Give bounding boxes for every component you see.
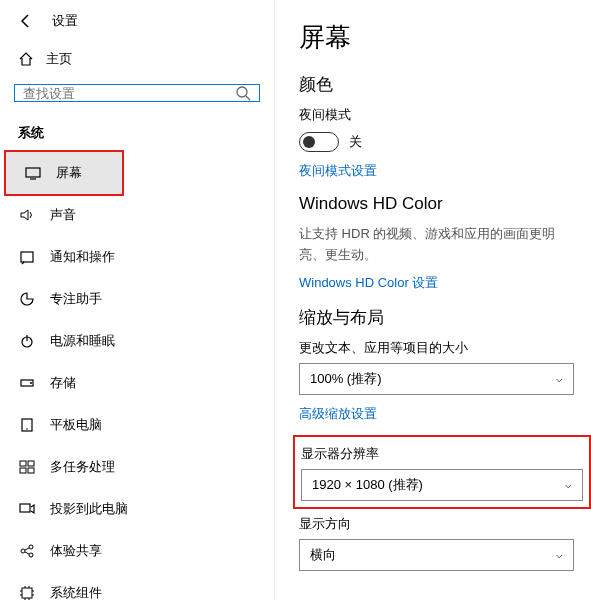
svg-rect-12 bbox=[20, 504, 30, 512]
orientation-value: 横向 bbox=[310, 546, 336, 564]
svg-point-0 bbox=[237, 87, 247, 97]
search-icon bbox=[235, 85, 251, 101]
project-icon bbox=[18, 501, 36, 517]
sidebar-item-tablet[interactable]: 平板电脑 bbox=[0, 404, 274, 446]
topbar: 设置 bbox=[0, 12, 274, 40]
hdcolor-desc: 让支持 HDR 的视频、游戏和应用的画面更明亮、更生动。 bbox=[299, 224, 567, 266]
svg-rect-2 bbox=[21, 252, 33, 262]
advanced-scale-link[interactable]: 高级缩放设置 bbox=[299, 405, 567, 423]
power-icon bbox=[18, 333, 36, 349]
sidebar-home[interactable]: 主页 bbox=[0, 40, 274, 78]
night-mode-toggle[interactable] bbox=[299, 132, 339, 152]
sidebar-item-multitask[interactable]: 多任务处理 bbox=[0, 446, 274, 488]
multitask-icon bbox=[18, 459, 36, 475]
chevron-down-icon: ⌵ bbox=[556, 548, 563, 561]
focus-icon bbox=[18, 291, 36, 307]
share-icon bbox=[18, 543, 36, 559]
night-mode-settings-link[interactable]: 夜间模式设置 bbox=[299, 162, 567, 180]
content: 屏幕 颜色 夜间模式 关 夜间模式设置 Windows HD Color 让支持… bbox=[275, 0, 591, 600]
sidebar-item-label: 通知和操作 bbox=[50, 248, 115, 266]
sidebar-item-label: 电源和睡眠 bbox=[50, 332, 115, 350]
textsize-label: 更改文本、应用等项目的大小 bbox=[299, 339, 567, 357]
svg-rect-10 bbox=[20, 468, 26, 473]
home-icon bbox=[18, 51, 34, 67]
orientation-label: 显示方向 bbox=[299, 515, 567, 533]
search-input[interactable] bbox=[23, 86, 235, 101]
orientation-select[interactable]: 横向 ⌵ bbox=[299, 539, 574, 571]
sidebar-item-focus[interactable]: 专注助手 bbox=[0, 278, 274, 320]
page-title: 屏幕 bbox=[299, 20, 567, 55]
textsize-value: 100% (推荐) bbox=[310, 370, 382, 388]
svg-rect-11 bbox=[28, 468, 34, 473]
home-label: 主页 bbox=[46, 50, 72, 68]
color-section: 颜色 bbox=[299, 73, 567, 96]
tablet-icon bbox=[18, 417, 36, 433]
night-mode-toggle-row: 关 bbox=[299, 132, 567, 152]
sidebar-item-storage[interactable]: 存储 bbox=[0, 362, 274, 404]
sidebar-item-sound[interactable]: 声音 bbox=[0, 194, 274, 236]
svg-point-5 bbox=[30, 382, 32, 384]
night-mode-label: 夜间模式 bbox=[299, 106, 567, 124]
sidebar-item-label: 专注助手 bbox=[50, 290, 102, 308]
back-icon[interactable] bbox=[18, 13, 34, 29]
resolution-select[interactable]: 1920 × 1080 (推荐) ⌵ bbox=[301, 469, 583, 501]
sidebar-item-label: 声音 bbox=[50, 206, 76, 224]
components-icon bbox=[18, 585, 36, 600]
header-title: 设置 bbox=[52, 12, 78, 30]
svg-point-15 bbox=[29, 553, 33, 557]
sidebar-item-label: 屏幕 bbox=[56, 164, 82, 182]
search-box[interactable] bbox=[14, 84, 260, 102]
sidebar-item-display[interactable]: 屏幕 bbox=[4, 150, 124, 196]
resolution-highlight: 显示器分辨率 1920 × 1080 (推荐) ⌵ bbox=[293, 435, 591, 509]
chevron-down-icon: ⌵ bbox=[556, 372, 563, 385]
toggle-state: 关 bbox=[349, 133, 362, 151]
sidebar-item-label: 多任务处理 bbox=[50, 458, 115, 476]
scale-section: 缩放与布局 bbox=[299, 306, 567, 329]
svg-point-7 bbox=[26, 428, 28, 430]
sidebar-item-label: 体验共享 bbox=[50, 542, 102, 560]
sidebar-item-shared[interactable]: 体验共享 bbox=[0, 530, 274, 572]
svg-rect-9 bbox=[28, 461, 34, 466]
svg-point-14 bbox=[29, 545, 33, 549]
storage-icon bbox=[18, 375, 36, 391]
sidebar-item-label: 存储 bbox=[50, 374, 76, 392]
sidebar-item-notifications[interactable]: 通知和操作 bbox=[0, 236, 274, 278]
sidebar-item-components[interactable]: 系统组件 bbox=[0, 572, 274, 600]
sidebar-item-label: 投影到此电脑 bbox=[50, 500, 128, 518]
sidebar-section-label: 系统 bbox=[0, 116, 274, 152]
sound-icon bbox=[18, 207, 36, 223]
svg-point-13 bbox=[21, 549, 25, 553]
resolution-label: 显示器分辨率 bbox=[301, 445, 583, 463]
textsize-select[interactable]: 100% (推荐) ⌵ bbox=[299, 363, 574, 395]
notification-icon bbox=[18, 249, 36, 265]
chevron-down-icon: ⌵ bbox=[565, 478, 572, 491]
hdcolor-link[interactable]: Windows HD Color 设置 bbox=[299, 274, 567, 292]
sidebar-item-projecting[interactable]: 投影到此电脑 bbox=[0, 488, 274, 530]
sidebar-item-power[interactable]: 电源和睡眠 bbox=[0, 320, 274, 362]
svg-rect-16 bbox=[22, 588, 32, 598]
svg-rect-8 bbox=[20, 461, 26, 466]
hdcolor-title: Windows HD Color bbox=[299, 194, 567, 214]
monitor-icon bbox=[24, 165, 42, 181]
sidebar: 设置 主页 系统 屏幕 声音 通知和操作 专注助手 bbox=[0, 0, 275, 600]
svg-rect-1 bbox=[26, 168, 40, 177]
resolution-value: 1920 × 1080 (推荐) bbox=[312, 476, 423, 494]
sidebar-item-label: 平板电脑 bbox=[50, 416, 102, 434]
sidebar-item-label: 系统组件 bbox=[50, 584, 102, 600]
